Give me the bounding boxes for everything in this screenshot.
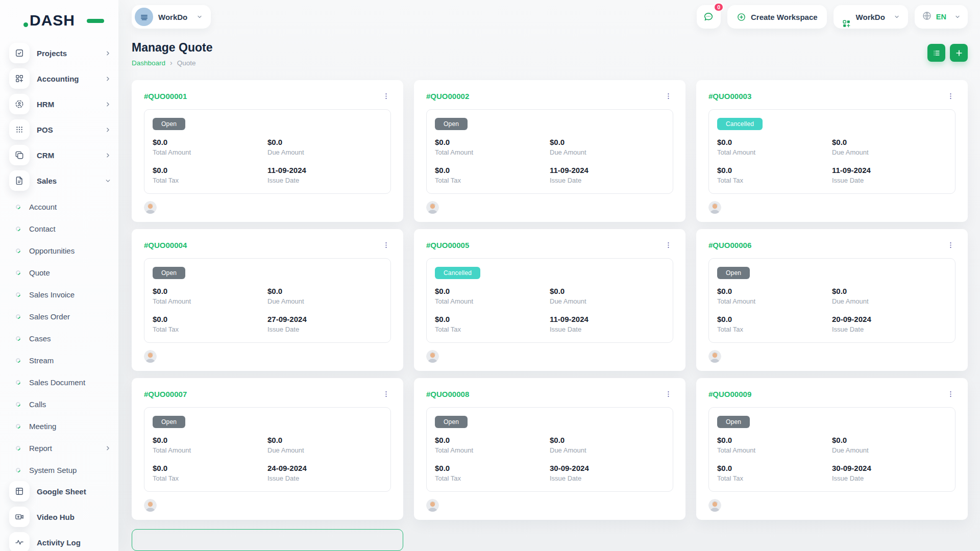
due-amount-value: $0.0 [832,436,947,444]
sidebar-item-meeting[interactable]: Meeting [9,415,118,437]
sidebar-item-cases[interactable]: Cases [9,328,118,349]
avatar[interactable] [426,499,439,512]
chat-icon [703,11,714,22]
kebab-menu-icon[interactable] [381,389,391,399]
quote-card: #QUO00001 Open $0.0 Total Amount $0.0 Du… [132,80,403,222]
sidebar-item-opportunities[interactable]: Opportunities [9,240,118,262]
issue-date-value: 11-09-2024 [550,166,665,174]
chevron-right-icon [105,152,111,159]
due-amount-label: Due Amount [267,148,382,156]
sidebar-item-sales-document[interactable]: Sales Document [9,371,118,393]
sidebar-item-sales-invoice[interactable]: Sales Invoice [9,284,118,306]
chevron-down-icon [197,14,203,20]
quote-id-link[interactable]: #QUO00002 [426,92,469,101]
app-switcher-label: WorkDo [856,13,885,21]
avatar[interactable] [708,350,721,363]
total-amount-label: Total Amount [435,446,550,454]
sidebar-item-activity-log[interactable]: Activity Log [9,532,118,551]
due-amount-value: $0.0 [550,287,665,295]
bullet-icon [15,335,21,342]
quote-id-link[interactable]: #QUO00006 [708,241,751,249]
sidebar-item-label: Activity Log [37,538,81,547]
sidebar-item-contact[interactable]: Contact [9,218,118,240]
kebab-menu-icon[interactable] [381,240,391,250]
due-amount-value: $0.0 [267,436,382,444]
kebab-menu-icon[interactable] [664,389,673,399]
sidebar-subitem-label: Opportunities [29,246,75,255]
issue-date-value: 24-09-2024 [267,464,382,472]
sidebar-item-pos[interactable]: POS [9,119,118,140]
avatar[interactable] [426,350,439,363]
sidebar-item-calls[interactable]: Calls [9,393,118,415]
quote-id-link[interactable]: #QUO00008 [426,390,469,398]
total-tax-label: Total Tax [717,325,832,333]
issue-date-label: Issue Date [267,177,382,184]
kebab-menu-icon[interactable] [664,91,673,101]
avatar[interactable] [144,499,157,512]
sidebar-item-accounting[interactable]: Accounting [9,68,118,89]
create-workspace-button[interactable]: Create Workspace [727,5,827,29]
kebab-menu-icon[interactable] [381,91,391,101]
sidebar-item-quote[interactable]: Quote [9,262,118,284]
app-switcher[interactable]: WorkDo [834,5,908,29]
issue-date-label: Issue Date [550,325,665,333]
total-amount-value: $0.0 [717,138,832,146]
quote-id-link[interactable]: #QUO00007 [144,390,187,398]
bullet-icon [15,247,21,254]
issue-date-value: 27-09-2024 [267,315,382,323]
sidebar-item-report[interactable]: Report [9,437,118,459]
status-badge: Open [153,416,185,428]
language-selector[interactable]: EN [915,5,968,29]
kebab-menu-icon[interactable] [946,240,955,250]
avatar[interactable] [708,499,721,512]
due-amount-label: Due Amount [832,446,947,454]
avatar[interactable] [144,350,157,363]
chevron-right-icon [105,101,111,108]
total-amount-label: Total Amount [435,297,550,305]
workspace-switcher[interactable]: WorkDo [132,5,211,29]
due-amount-value: $0.0 [267,287,382,295]
messages-button[interactable]: 0 [697,5,721,29]
kebab-menu-icon[interactable] [664,240,673,250]
sidebar-item-crm[interactable]: CRM [9,145,118,165]
kebab-menu-icon[interactable] [946,91,955,101]
quote-id-link[interactable]: #QUO00009 [708,390,751,398]
activity-log-icon [9,532,30,551]
sidebar-subitem-label: Account [29,203,57,211]
quote-id-link[interactable]: #QUO00001 [144,92,187,101]
issue-date-label: Issue Date [832,177,947,184]
chevron-down-icon [954,14,961,20]
list-view-button[interactable] [927,44,945,62]
total-tax-value: $0.0 [153,315,267,323]
video-hub-icon [9,507,30,527]
sidebar-item-system-setup[interactable]: System Setup [9,459,118,481]
breadcrumb-dashboard-link[interactable]: Dashboard [132,59,165,67]
bullet-icon [15,401,21,408]
sidebar-item-sales-order[interactable]: Sales Order [9,306,118,328]
quote-id-link[interactable]: #QUO00005 [426,241,469,249]
quote-id-link[interactable]: #QUO00003 [708,92,751,101]
total-tax-value: $0.0 [435,464,550,472]
quote-summary-box: Open $0.0 Total Amount $0.0 Due Amount $… [708,407,955,492]
kebab-menu-icon[interactable] [946,389,955,399]
total-amount-label: Total Amount [717,446,832,454]
sidebar-item-hrm[interactable]: HRM [9,94,118,114]
sidebar-item-sales[interactable]: Sales [9,170,118,191]
sidebar-item-stream[interactable]: Stream [9,349,118,371]
issue-date-label: Issue Date [267,325,382,333]
sidebar-item-account[interactable]: Account [9,196,118,218]
avatar[interactable] [708,201,721,214]
quote-card: #QUO00002 Open $0.0 Total Amount $0.0 Du… [414,80,685,222]
sidebar-item-projects[interactable]: Projects [9,43,118,63]
due-amount-label: Due Amount [267,297,382,305]
sidebar-item-google-sheet[interactable]: Google Sheet [9,481,118,502]
sidebar-item-video-hub[interactable]: Video Hub [9,507,118,527]
topbar-actions: 0 Create Workspace WorkDo [697,5,968,29]
avatar[interactable] [144,201,157,214]
total-tax-value: $0.0 [153,166,267,174]
avatar[interactable] [426,201,439,214]
add-quote-button[interactable] [950,44,968,62]
brand-logo[interactable]: DASH [30,9,91,32]
quote-id-link[interactable]: #QUO00004 [144,241,187,249]
sidebar-subitem-label: Sales Invoice [29,290,75,299]
